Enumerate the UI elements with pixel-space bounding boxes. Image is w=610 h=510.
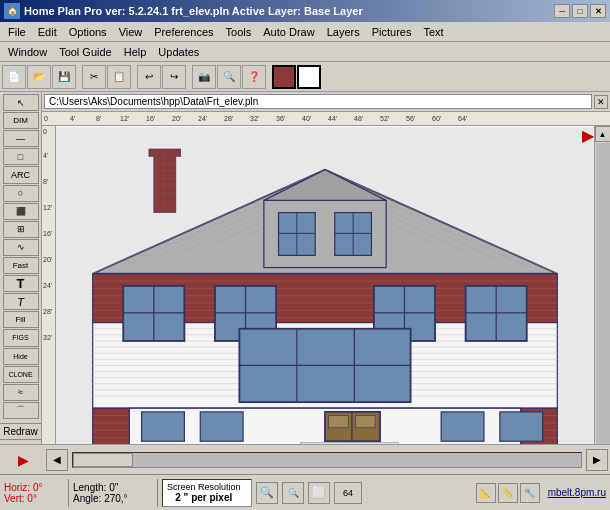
toolbar: 📄 📂 💾 ✂ 📋 ↩ ↪ 📷 🔍 ❓ bbox=[0, 62, 610, 92]
window-title: Home Plan Pro ver: 5.2.24.1 frt_elev.pln… bbox=[24, 5, 554, 17]
tb-camera[interactable]: 📷 bbox=[192, 65, 216, 89]
menu-updates[interactable]: Updates bbox=[152, 44, 205, 60]
ruler-top: 0 4' 8' 12' 16' 20' 24' 28' 32' 36' 40' … bbox=[42, 112, 610, 126]
ruler-v-4: 4' bbox=[43, 152, 48, 159]
resolution-display: Screen Resolution 2 " per pixel bbox=[162, 479, 252, 507]
ruler-mark-48: 48' bbox=[354, 115, 363, 122]
menu-preferences[interactable]: Preferences bbox=[148, 24, 219, 40]
color-box[interactable] bbox=[272, 65, 296, 89]
menu-options[interactable]: Options bbox=[63, 24, 113, 40]
menu-text[interactable]: Text bbox=[417, 24, 449, 40]
ruler-v-32: 32' bbox=[43, 334, 52, 341]
menu-tools[interactable]: Tools bbox=[220, 24, 258, 40]
zoom-fit-button[interactable]: ⬜ bbox=[308, 482, 330, 504]
canvas-area: C:\Users\Aks\Documents\hpp\Data\Frt_elev… bbox=[42, 92, 610, 444]
horizontal-scrollbar-track[interactable] bbox=[72, 452, 582, 468]
divider1 bbox=[68, 479, 69, 507]
color-box2[interactable] bbox=[297, 65, 321, 89]
ruler-mark-64: 64' bbox=[458, 115, 467, 122]
arc-tool[interactable]: ARC bbox=[3, 166, 39, 183]
ruler-v-28: 28' bbox=[43, 308, 52, 315]
ruler-mark-16: 16' bbox=[146, 115, 155, 122]
zoom-out-button[interactable]: 🔍 bbox=[282, 482, 304, 504]
scroll-arrow-right[interactable]: ▶ bbox=[582, 126, 594, 145]
hide-tool[interactable]: Hide bbox=[3, 348, 39, 365]
zoom-in-button[interactable]: 🔍 bbox=[256, 482, 278, 504]
menu-toolguide[interactable]: Tool Guide bbox=[53, 44, 118, 60]
ruler-mark-44: 44' bbox=[328, 115, 337, 122]
tb-cut[interactable]: ✂ bbox=[82, 65, 106, 89]
text2-tool[interactable]: T bbox=[3, 293, 39, 310]
menu-bar: File Edit Options View Preferences Tools… bbox=[0, 22, 610, 42]
menu-help[interactable]: Help bbox=[118, 44, 153, 60]
status-icon3[interactable]: 🔧 bbox=[520, 483, 540, 503]
menu-pictures[interactable]: Pictures bbox=[366, 24, 418, 40]
ruler-mark-8: 8' bbox=[96, 115, 101, 122]
svg-rect-87 bbox=[301, 442, 399, 444]
zoom-level-display: 64 bbox=[334, 482, 362, 504]
canvas-inner: 0 4' 8' 12' 16' 20' 24' 28' 32' 36' 40' … bbox=[42, 112, 610, 444]
menu-layers[interactable]: Layers bbox=[321, 24, 366, 40]
wave-tool[interactable]: ∿ bbox=[3, 239, 39, 256]
text-tool[interactable]: T bbox=[3, 275, 39, 292]
clone-tool[interactable]: CLONE bbox=[3, 366, 39, 383]
grid-tool[interactable]: ⊞ bbox=[3, 221, 39, 238]
wave2-tool[interactable]: ≈ bbox=[3, 384, 39, 401]
ruler-v-24: 24' bbox=[43, 282, 52, 289]
canvas-body: 0 4' 8' 12' 16' 20' 24' 28' 32' bbox=[42, 126, 610, 444]
tb-save[interactable]: 💾 bbox=[52, 65, 76, 89]
ruler-mark-32: 32' bbox=[250, 115, 259, 122]
curve-tool[interactable]: ⌒ bbox=[3, 402, 39, 419]
ruler-mark-12: 12' bbox=[120, 115, 129, 122]
tb-redo[interactable]: ↪ bbox=[162, 65, 186, 89]
red-arrow-icon: ▶ bbox=[18, 452, 29, 468]
fill-tool[interactable]: ⬛ bbox=[3, 203, 39, 220]
scroll-track[interactable] bbox=[596, 143, 610, 444]
menu-window[interactable]: Window bbox=[2, 44, 53, 60]
tb-undo[interactable]: ↩ bbox=[137, 65, 161, 89]
scroll-right-button[interactable]: ▶ bbox=[586, 449, 608, 471]
menu-view[interactable]: View bbox=[113, 24, 149, 40]
window-controls: ─ □ ✕ bbox=[554, 4, 606, 18]
horiz-display: Horiz: 0° Vert: 0° bbox=[4, 482, 64, 504]
tb-copy[interactable]: 📋 bbox=[107, 65, 131, 89]
figs-tool[interactable]: FIGS bbox=[3, 329, 39, 346]
ruler-v-12: 12' bbox=[43, 204, 52, 211]
status-icon2[interactable]: 📏 bbox=[498, 483, 518, 503]
scroll-left-button[interactable]: ◀ bbox=[46, 449, 68, 471]
ruler-mark-28: 28' bbox=[224, 115, 233, 122]
redraw-button[interactable]: Redraw bbox=[0, 423, 42, 440]
fast-tool[interactable]: Fast bbox=[3, 257, 39, 274]
tb-new[interactable]: 📄 bbox=[2, 65, 26, 89]
status-icon1[interactable]: 📐 bbox=[476, 483, 496, 503]
menu-autodraw[interactable]: Auto Draw bbox=[257, 24, 320, 40]
tb-open[interactable]: 📂 bbox=[27, 65, 51, 89]
ruler-mark-56: 56' bbox=[406, 115, 415, 122]
minimize-button[interactable]: ─ bbox=[554, 4, 570, 18]
ruler-mark-40: 40' bbox=[302, 115, 311, 122]
tb-help[interactable]: ❓ bbox=[242, 65, 266, 89]
ruler-mark-4: 4' bbox=[70, 115, 75, 122]
line-tool[interactable]: — bbox=[3, 130, 39, 147]
left-sidebar: ↖ DIM — □ ARC ○ ⬛ ⊞ ∿ Fast T T Fill FIGS… bbox=[0, 92, 42, 444]
menu-edit[interactable]: Edit bbox=[32, 24, 63, 40]
select-tool[interactable]: ↖ bbox=[3, 94, 39, 111]
menu-file[interactable]: File bbox=[2, 24, 32, 40]
fill2-tool[interactable]: Fill bbox=[3, 311, 39, 328]
horizontal-scrollbar-thumb[interactable] bbox=[73, 453, 133, 467]
scroll-up-button[interactable]: ▲ bbox=[595, 126, 611, 142]
dim-tool[interactable]: DIM bbox=[3, 112, 39, 129]
rect-tool[interactable]: □ bbox=[3, 148, 39, 165]
website-link[interactable]: mbelt.8pm.ru bbox=[548, 487, 606, 498]
close-canvas-button[interactable]: ✕ bbox=[594, 95, 608, 109]
svg-rect-83 bbox=[500, 412, 543, 441]
svg-rect-79 bbox=[142, 412, 185, 441]
app-icon: 🏠 bbox=[4, 3, 20, 19]
maximize-button[interactable]: □ bbox=[572, 4, 588, 18]
circle-tool[interactable]: ○ bbox=[3, 185, 39, 202]
close-button[interactable]: ✕ bbox=[590, 4, 606, 18]
title-bar: 🏠 Home Plan Pro ver: 5.2.24.1 frt_elev.p… bbox=[0, 0, 610, 22]
ruler-mark-0: 0 bbox=[44, 115, 48, 122]
svg-rect-82 bbox=[441, 412, 484, 441]
tb-zoom[interactable]: 🔍 bbox=[217, 65, 241, 89]
